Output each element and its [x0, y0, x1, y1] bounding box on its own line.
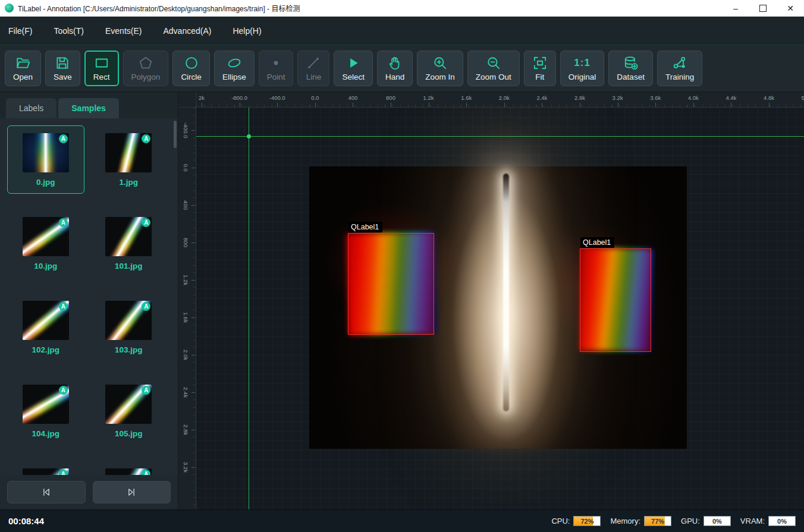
maximize-button[interactable] [749, 0, 777, 16]
sample-filename: 0.jpg [12, 178, 79, 187]
tool-label: Dataset [617, 73, 645, 81]
ruler-tick [655, 103, 656, 107]
app-window: TiLabel - Annotation [C:/Users/Administr… [0, 0, 804, 532]
ruler-label: 4.8k [764, 95, 774, 101]
tool-label: Zoom Out [476, 73, 511, 81]
auto-label-badge: A [59, 134, 68, 143]
ruler-label: 0.0 [183, 163, 189, 171]
sample-thumbnail: A [23, 133, 69, 172]
crosshair-horizontal [196, 136, 804, 137]
ruler-tick [693, 103, 694, 107]
canvas-area: 2k-800.0-400.00.04008001.2k1.6k2.0k2.4k2… [178, 92, 804, 509]
sample-filename: 104.jpg [12, 429, 79, 439]
crosshair-origin-dot [247, 134, 251, 138]
tool-label: Fit [535, 73, 544, 81]
tool-rect[interactable]: Rect [84, 51, 119, 86]
ruler-corner [178, 92, 196, 108]
tab-samples[interactable]: Samples [58, 98, 119, 118]
minimize-button[interactable]: – [722, 0, 749, 16]
ruler-tick [191, 317, 196, 318]
sample-filename: 1.jpg [96, 178, 162, 187]
auto-label-badge: A [142, 302, 150, 311]
tool-circle[interactable]: Circle [172, 51, 210, 86]
tool-zoom-in[interactable]: Zoom In [417, 51, 463, 86]
auto-label-badge: A [142, 386, 150, 395]
tool-save[interactable]: Save [45, 51, 80, 86]
prev-sample-button[interactable] [7, 481, 86, 503]
menu-item-help-h[interactable]: Help(H) [233, 26, 261, 36]
sample-thumbnail: A [105, 468, 152, 475]
sidebar-scrollbar [174, 121, 177, 473]
sample-101-jpg[interactable]: A101.jpg [90, 209, 168, 278]
sample-filename: 102.jpg [12, 345, 79, 355]
tool-label: Polygon [131, 73, 161, 81]
folder-open-icon [15, 55, 31, 71]
menu-item-events-e[interactable]: Events(E) [105, 26, 142, 36]
meter-value: 0% [704, 517, 730, 525]
sample-thumbnail: A [23, 217, 69, 256]
ruler-label: 4.0k [688, 95, 699, 101]
light-streak [503, 174, 509, 411]
sample-0-jpg[interactable]: A0.jpg [7, 125, 84, 194]
scrollbar-thumb[interactable] [174, 121, 177, 148]
metric-label-gpu: GPU: [681, 517, 700, 525]
tool-label: Rect [93, 73, 110, 81]
tool-label: Open [13, 73, 33, 81]
tool-fit[interactable]: Fit [524, 51, 556, 86]
tool-ellipse[interactable]: Ellipse [214, 51, 255, 86]
next-sample-button[interactable] [93, 481, 171, 503]
tool-zoom-out[interactable]: Zoom Out [467, 51, 520, 86]
auto-label-badge: A [59, 218, 68, 227]
ruler-label: 400 [348, 95, 357, 101]
sample-105-jpg[interactable]: A105.jpg [90, 377, 168, 445]
tool-line: Line [297, 51, 329, 86]
ruler-label: 2.4k [183, 387, 189, 398]
ruler-tick [429, 103, 429, 107]
tool-dataset[interactable]: Dataset [608, 51, 653, 86]
maximize-icon [759, 5, 767, 12]
ruler-tick [277, 103, 278, 107]
menu-item-file-f[interactable]: File(F) [8, 26, 32, 36]
close-button[interactable]: ✕ [777, 0, 804, 16]
ruler-tick [618, 103, 618, 107]
ruler-label: 1.2k [183, 275, 189, 285]
ruler-label: 4.4k [726, 95, 736, 101]
sample-nav [0, 475, 178, 509]
tool-label: Original [569, 73, 596, 81]
sample-103-jpg[interactable]: A103.jpg [90, 293, 168, 361]
sample-1-jpg[interactable]: A1.jpg [90, 125, 168, 194]
menu-item-tools-t[interactable]: Tools(T) [54, 26, 84, 36]
annotation-canvas[interactable]: QLabel1QLabel1 [196, 108, 804, 509]
horizontal-ruler: 2k-800.0-400.00.04008001.2k1.6k2.0k2.4k2… [196, 92, 804, 108]
ellipse-icon [227, 55, 242, 71]
select-icon [346, 55, 361, 71]
tool-select[interactable]: Select [334, 51, 373, 86]
app-logo-icon [5, 4, 14, 12]
tool-hand[interactable]: Hand [377, 51, 413, 86]
elapsed-time: 00:08:44 [8, 516, 44, 526]
tool-original[interactable]: 1:1Original [560, 51, 605, 86]
tool-open[interactable]: Open [5, 51, 41, 86]
annotation-box[interactable]: QLabel1 [348, 233, 434, 335]
sample-104-jpg[interactable]: A104.jpg [7, 377, 84, 445]
tool-point: Point [259, 51, 294, 86]
ruler-label: 2.8k [183, 424, 189, 435]
metric-label-memory: Memory: [610, 517, 640, 525]
tab-labels[interactable]: Labels [6, 98, 56, 118]
menu-item-advanced-a[interactable]: Advanced(A) [163, 26, 211, 36]
ruler-tick [191, 430, 196, 430]
ruler-tick [353, 103, 353, 107]
status-metrics: CPU:72%Memory:77%GPU:0%VRAM:0% [542, 516, 796, 526]
annotation-box[interactable]: QLabel1 [580, 248, 651, 352]
sample-partial-8[interactable]: A [7, 461, 84, 475]
auto-label-badge: A [59, 302, 68, 311]
tool-training[interactable]: Training [657, 51, 702, 86]
sample-102-jpg[interactable]: A102.jpg [7, 293, 84, 361]
sample-10-jpg[interactable]: A10.jpg [7, 209, 84, 278]
ruler-label: -800.0 [231, 95, 247, 101]
ruler-tick [504, 103, 505, 107]
sample-filename: 10.jpg [12, 262, 79, 271]
auto-label-badge: A [142, 134, 150, 143]
sample-thumbnail: A [105, 301, 152, 340]
sample-partial-9[interactable]: A [90, 461, 168, 475]
